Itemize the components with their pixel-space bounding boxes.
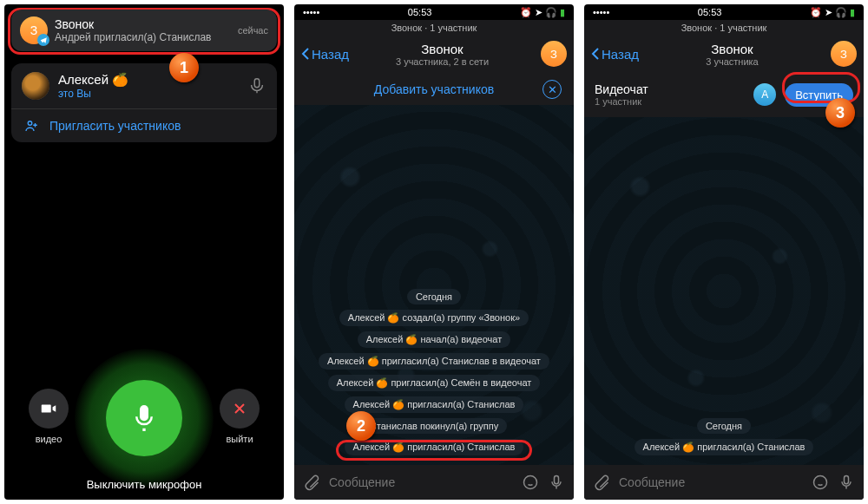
chat-avatar[interactable]: З (541, 41, 567, 67)
back-button[interactable]: Назад (591, 47, 639, 62)
annotation-badge-1: 1 (169, 53, 199, 82)
invite-label: Пригласить участников (49, 119, 181, 133)
chat-avatar[interactable]: З (831, 41, 857, 67)
attach-icon[interactable] (303, 474, 320, 491)
chat-area[interactable]: Сегодня Алексей 🍊 создал(а) группу «Звон… (294, 105, 574, 465)
sticker-icon[interactable] (812, 474, 829, 491)
back-button[interactable]: Назад (301, 47, 349, 62)
screen-chat-add: ••••• 05:53 ⏰ ➤ 🎧 ▮ Звонок · 1 участник … (294, 4, 574, 500)
battery-icon: ▮ (850, 7, 855, 18)
chat-area[interactable]: Сегодня Алексей 🍊 пригласил(а) Станислав (584, 117, 864, 465)
back-label: Назад (312, 47, 349, 62)
annotation-badge-3: 3 (825, 98, 855, 128)
highlight-3 (782, 72, 860, 103)
video-button-wrap: видео (29, 389, 69, 444)
leave-button-wrap: выйти (220, 389, 260, 444)
notification-title: Звонок (55, 17, 231, 31)
carrier-dots: ••••• (303, 7, 319, 17)
participant-name: Алексей 🍊 (58, 72, 239, 88)
system-message: Алексей 🍊 пригласил(а) Станислав в видео… (319, 353, 549, 370)
voice-icon[interactable] (548, 474, 565, 491)
status-right-icons: ⏰ ➤ 🎧 ▮ (810, 7, 855, 18)
date-chip: Сегодня (697, 418, 751, 434)
message-input-bar (294, 465, 574, 500)
headphones-icon: 🎧 (545, 7, 557, 18)
status-time: 05:53 (408, 7, 432, 17)
participant-sub: это Вы (58, 88, 239, 100)
headphones-icon: 🎧 (835, 7, 847, 18)
avatar (22, 72, 49, 100)
battery-icon: ▮ (560, 7, 565, 18)
chat-title-block[interactable]: Звонок 3 участника (639, 42, 825, 67)
dismiss-add-button[interactable]: ✕ (542, 80, 562, 99)
screen-chat-join: ••••• 05:53 ⏰ ➤ 🎧 ▮ Звонок · 1 участник … (584, 4, 864, 500)
attach-icon[interactable] (593, 474, 610, 491)
carrier-dots: ••••• (593, 7, 609, 17)
leave-button[interactable] (220, 389, 260, 429)
message-input[interactable] (329, 475, 513, 489)
navrow: Назад Звонок 3 участника, 2 в сети З (294, 36, 574, 75)
participants-panel: Алексей 🍊 это Вы Пригласить участников (11, 63, 277, 142)
chat-subtitle: 3 участника, 2 в сети (349, 56, 536, 67)
call-banner-text: Звонок · 1 участник (391, 23, 477, 33)
annotation-badge-2: 2 (346, 411, 376, 441)
highlight-2 (336, 440, 532, 461)
screen-voicechat: 1 З Звонок Андрей пригласил(а) Станислав… (4, 4, 284, 500)
system-message: Алексей 🍊 пригласил(а) Станислав (635, 439, 814, 455)
svg-point-0 (28, 121, 32, 126)
alarm-icon: ⏰ (810, 7, 822, 18)
message-input[interactable] (619, 475, 803, 489)
participant-row[interactable]: Алексей 🍊 это Вы (11, 63, 277, 108)
statusbar: ••••• 05:53 ⏰ ➤ 🎧 ▮ (294, 4, 574, 20)
mic-status-label: Выключить микрофон (4, 478, 284, 491)
notification-time: сейчас (238, 25, 268, 36)
call-banner-text: Звонок · 1 участник (681, 23, 767, 33)
topbar: Звонок · 1 участник Назад Звонок 3 участ… (294, 20, 574, 105)
message-input-bar (584, 465, 864, 500)
participant-avatar: А (753, 83, 776, 106)
videochat-title: Видеочат (595, 82, 745, 96)
location-icon: ➤ (535, 7, 542, 18)
add-user-icon (23, 118, 39, 134)
back-label: Назад (602, 47, 639, 62)
chat-subtitle: 3 участника (639, 56, 825, 67)
chat-title: Звонок (349, 42, 536, 56)
alarm-icon: ⏰ (520, 7, 532, 18)
notification-text: Звонок Андрей пригласил(а) Станислав (55, 17, 231, 43)
add-participants-label: Добавить участников (374, 82, 494, 96)
svg-point-1 (524, 476, 537, 489)
video-button[interactable] (29, 389, 69, 429)
notification-avatar: З (20, 16, 48, 44)
call-controls: видео выйти Выключить микрофон (4, 349, 284, 500)
status-time: 05:53 (698, 7, 722, 17)
invite-participants-button[interactable]: Пригласить участников (11, 108, 277, 142)
notification-avatar-text: З (30, 23, 37, 37)
chat-title-block[interactable]: Звонок 3 участника, 2 в сети (349, 42, 536, 67)
location-icon: ➤ (825, 7, 832, 18)
voice-icon[interactable] (838, 474, 855, 491)
leave-label: выйти (220, 434, 260, 444)
video-label: видео (29, 434, 69, 444)
call-banner[interactable]: Звонок · 1 участник (584, 20, 864, 36)
system-message: Алексей 🍊 пригласил(а) Станислав (345, 396, 524, 413)
call-banner[interactable]: Звонок · 1 участник (294, 20, 574, 36)
mic-muted-icon[interactable] (247, 76, 266, 95)
videochat-sub: 1 участник (595, 96, 745, 107)
status-right-icons: ⏰ ➤ 🎧 ▮ (520, 7, 565, 18)
system-message: Алексей 🍊 пригласил(а) Семён в видеочат (328, 375, 541, 391)
notification-banner[interactable]: З Звонок Андрей пригласил(а) Станислав с… (11, 10, 277, 51)
chat-title: Звонок (639, 42, 825, 56)
system-message: Алексей 🍊 начал(а) видеочат (358, 331, 510, 348)
system-message: Станислав покинул(а) группу (361, 418, 507, 434)
date-chip: Сегодня (407, 289, 461, 304)
svg-point-2 (814, 476, 827, 489)
telegram-badge-icon (37, 34, 49, 46)
notification-subtitle: Андрей пригласил(а) Станислав (55, 31, 231, 43)
sticker-icon[interactable] (522, 474, 539, 491)
add-participants-row[interactable]: Добавить участников ✕ (294, 75, 574, 105)
navrow: Назад Звонок 3 участника З (584, 36, 864, 75)
statusbar: ••••• 05:53 ⏰ ➤ 🎧 ▮ (584, 4, 864, 20)
system-message: Алексей 🍊 создал(а) группу «Звонок» (339, 310, 529, 326)
